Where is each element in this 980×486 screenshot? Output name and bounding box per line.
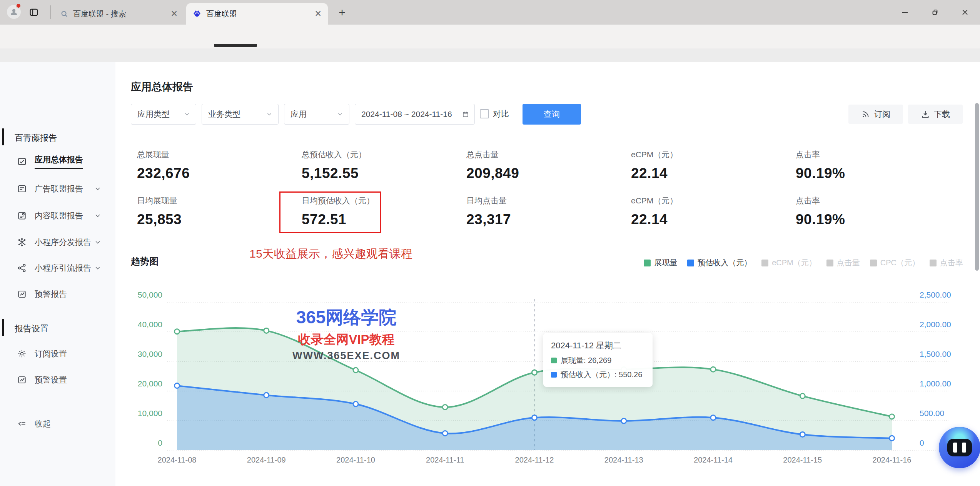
report-overview-icon — [17, 156, 27, 166]
legend-label: 点击率 — [940, 258, 963, 268]
svg-text:1,500.00: 1,500.00 — [920, 350, 951, 358]
trend-chart-title: 趋势图 — [131, 255, 159, 268]
legend-item[interactable]: 点击量 — [826, 258, 860, 268]
sidebar-item-app-overall-report[interactable]: 应用总体报告 — [0, 151, 115, 171]
subscribe-button[interactable]: 订阅 — [848, 105, 903, 124]
date-range-picker[interactable]: 2024-11-08 ~ 2024-11-16 — [355, 104, 475, 125]
section-marker — [2, 128, 4, 145]
legend-label: 展现量 — [654, 258, 677, 268]
sidebar-section-header: 百青藤报告 — [15, 132, 57, 144]
tab-actions-button[interactable] — [28, 7, 39, 18]
legend-label: 点击量 — [837, 258, 860, 268]
compare-checkbox[interactable] — [480, 109, 489, 118]
robot-visor-icon — [947, 439, 972, 456]
svg-text:20,000: 20,000 — [138, 379, 162, 388]
sidebar-divider — [0, 407, 115, 407]
tooltip-row: 展现量: 26,269 — [551, 355, 645, 366]
rss-icon — [861, 110, 870, 119]
legend-item[interactable]: CPC（元） — [870, 258, 920, 268]
report-content-icon — [17, 211, 27, 221]
svg-text:2024-11-08: 2024-11-08 — [158, 456, 197, 464]
sidebar-item-content-union-report[interactable]: 内容联盟报告 — [0, 206, 115, 226]
gear-icon — [17, 349, 27, 359]
legend-swatch-green — [551, 358, 557, 363]
chevron-down-icon — [94, 238, 102, 246]
sidebar-item-miniapp-traffic-report[interactable]: 小程序引流报告 — [0, 258, 115, 278]
tooltip-row: 预估收入（元）: 550.26 — [551, 369, 645, 380]
assistant-float-button[interactable] — [939, 427, 980, 468]
svg-text:2024-11-15: 2024-11-15 — [783, 456, 822, 464]
tab-close-icon[interactable]: ✕ — [171, 9, 178, 19]
report-sidebar: 百青藤报告 应用总体报告 广告联盟报告 内容联盟报告 小程序分发报告 小程序引流… — [0, 62, 115, 486]
biz-type-select[interactable]: 业务类型 — [202, 104, 279, 125]
notification-dot — [16, 3, 21, 8]
svg-text:2024-11-12: 2024-11-12 — [515, 456, 554, 464]
svg-text:30,000: 30,000 — [138, 350, 162, 358]
tab-baidu-union-search[interactable]: 百度联盟 - 搜索 ✕ — [54, 3, 184, 25]
chevron-down-icon — [94, 264, 102, 272]
tab-title: 百度联盟 - 搜索 — [73, 9, 168, 19]
svg-text:0: 0 — [158, 438, 162, 447]
app-type-select[interactable]: 应用类型 — [131, 104, 196, 125]
chevron-down-icon — [184, 111, 190, 118]
sidebar-item-alert-report[interactable]: 预警报告 — [0, 284, 115, 304]
minimize-button[interactable] — [890, 0, 920, 25]
legend-label: 预估收入（元） — [698, 258, 751, 268]
report-miniapp-traffic-icon — [17, 263, 27, 273]
page-top-band — [0, 48, 980, 62]
chevron-down-icon — [337, 111, 344, 118]
page-scrollbar[interactable] — [975, 103, 979, 271]
legend-item[interactable]: 展现量 — [644, 258, 677, 268]
page-title: 应用总体报告 — [131, 80, 193, 94]
chart-tooltip: 2024-11-12 星期二 展现量: 26,269 预估收入（元）: 550.… — [543, 333, 653, 387]
sidebar-item-subscribe-settings[interactable]: 订阅设置 — [0, 344, 115, 364]
section-marker — [2, 319, 4, 336]
red-annotation-text: 15天收益展示，感兴趣观看课程 — [239, 246, 423, 262]
close-button[interactable] — [950, 0, 980, 25]
sidebar-section-header: 报告设置 — [15, 323, 48, 335]
close-icon — [960, 8, 970, 17]
sidebar-item-ad-union-report[interactable]: 广告联盟报告 — [0, 179, 115, 199]
svg-text:2024-11-16: 2024-11-16 — [873, 456, 912, 464]
report-alert-icon — [17, 289, 27, 299]
legend-swatch-blue — [551, 372, 557, 378]
download-button[interactable]: 下载 — [908, 105, 963, 124]
sidebar-item-alert-settings[interactable]: 预警设置 — [0, 370, 115, 390]
stat-card: 总点击量209,849 — [460, 149, 625, 181]
tab-baidu-union[interactable]: 百度联盟 ✕ — [186, 3, 328, 25]
tab-title: 百度联盟 — [206, 9, 312, 19]
window-controls — [890, 0, 980, 25]
query-button[interactable]: 查询 — [523, 104, 581, 125]
tab-close-icon[interactable]: ✕ — [315, 9, 322, 19]
compare-label: 对比 — [493, 108, 509, 119]
svg-text:2024-11-13: 2024-11-13 — [604, 456, 643, 464]
minimize-icon — [900, 8, 910, 17]
download-icon — [921, 110, 930, 119]
collapse-arrow-icon — [17, 419, 27, 429]
legend-item[interactable]: 点击率 — [930, 258, 963, 268]
stat-card: 总预估收入（元）5,152.55 — [296, 149, 460, 181]
app-select[interactable]: 应用 — [284, 104, 349, 125]
stat-card: 点击率90.19% — [790, 195, 954, 228]
restore-button[interactable] — [920, 0, 950, 25]
new-tab-button[interactable]: + — [336, 6, 349, 19]
legend-item[interactable]: eCPM（元） — [761, 258, 816, 268]
legend-item[interactable]: 预估收入（元） — [687, 258, 751, 268]
svg-text:2024-11-10: 2024-11-10 — [336, 456, 375, 464]
sidebar-item-miniapp-distribution-report[interactable]: 小程序分发报告 — [0, 232, 115, 252]
legend-swatch — [826, 260, 833, 266]
legend-swatch — [644, 260, 651, 266]
svg-text:1,000.00: 1,000.00 — [920, 379, 951, 388]
chevron-down-icon — [94, 212, 102, 220]
svg-text:50,000: 50,000 — [138, 290, 162, 299]
calendar-icon — [462, 111, 469, 118]
stat-card: 点击率90.19% — [790, 149, 954, 181]
chevron-down-icon — [266, 111, 273, 118]
stat-card: 日均展现量25,853 — [131, 195, 296, 228]
sidebar-collapse-button[interactable]: 收起 — [0, 414, 115, 434]
svg-text:500.00: 500.00 — [920, 409, 944, 418]
report-miniapp-distribution-icon — [17, 237, 27, 247]
stats-row-total: 总展现量232,676 总预估收入（元）5,152.55 总点击量209,849… — [131, 149, 954, 181]
legend-swatch — [930, 260, 937, 266]
person-icon — [9, 7, 18, 17]
